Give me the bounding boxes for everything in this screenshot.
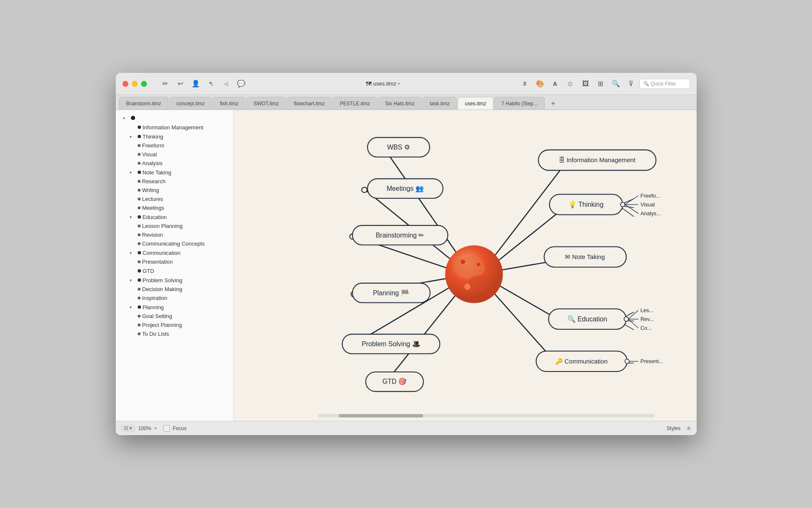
sidebar-item-education[interactable]: ▾ Education xyxy=(116,212,233,222)
close-button[interactable] xyxy=(122,81,128,87)
nav-left-icon[interactable]: ◁ xyxy=(219,77,233,91)
zoom-chevron-icon: ▾ xyxy=(130,426,132,430)
zoom-value: 100% xyxy=(138,425,152,431)
svg-text:🔍 Education: 🔍 Education xyxy=(567,315,607,323)
star-icon[interactable]: ★ xyxy=(686,424,692,432)
mindmap-canvas[interactable]: WBS ⚙ Meetings 👥 Brainstorming ✏ Plannin… xyxy=(234,110,697,421)
tab-brainstorm[interactable]: Brainstorm.itmz xyxy=(119,97,168,110)
sidebar-item-lesson-planning[interactable]: Lesson Planning xyxy=(116,222,233,230)
sidebar-item-goal-setting[interactable]: Goal Setting xyxy=(116,312,233,321)
root-chevron-icon: ▾ xyxy=(121,115,128,121)
svg-line-48 xyxy=(625,195,638,204)
sidebar-root[interactable]: ▾ xyxy=(116,113,233,123)
goal-setting-label: Goal Setting xyxy=(142,313,230,319)
research-dot-icon xyxy=(138,180,141,183)
sidebar-item-info-mgmt[interactable]: Information Management xyxy=(116,123,233,132)
sidebar-item-lectures[interactable]: Lectures xyxy=(116,195,233,203)
font-icon[interactable]: A xyxy=(548,77,562,91)
maximize-button[interactable] xyxy=(141,81,147,87)
sidebar-item-meetings[interactable]: Meetings xyxy=(116,203,233,212)
tab-sixhats[interactable]: Six Hats.itmz xyxy=(378,97,422,110)
sidebar-item-freeform[interactable]: Freeform xyxy=(116,141,233,150)
svg-text:Present...: Present... xyxy=(640,358,663,364)
tab-7habits[interactable]: 7 Habits (Step... xyxy=(494,97,545,110)
emoji-icon[interactable]: ☺ xyxy=(564,77,577,91)
sidebar-item-todo[interactable]: To Do Lists xyxy=(116,329,233,338)
grid-icon[interactable]: ⊞ xyxy=(594,77,607,91)
svg-point-28 xyxy=(461,259,465,264)
window-title: uses.itmz xyxy=(373,80,397,87)
inspiration-dot-icon xyxy=(138,297,141,299)
tab-swot[interactable]: SWOT.itmz xyxy=(246,97,286,110)
revision-label: Revision xyxy=(142,232,230,238)
sidebar-item-thinking[interactable]: ▾ Thinking xyxy=(116,132,233,141)
svg-text:Meetings 👥: Meetings 👥 xyxy=(386,184,424,193)
tab-flowchart[interactable]: flowchart.itmz xyxy=(287,97,332,110)
visual-label: Visual xyxy=(142,151,230,158)
goal-dot-icon xyxy=(138,315,141,318)
sidebar-item-communicating-concepts[interactable]: Communicating Concepts xyxy=(116,239,233,248)
sidebar-item-writing[interactable]: Writing xyxy=(116,186,233,195)
horizontal-scrollbar[interactable] xyxy=(318,414,655,417)
main-content: ▾ Information Management ▾ Thinking Free… xyxy=(116,110,697,421)
filter-icon[interactable]: ⊽ xyxy=(624,77,638,91)
back-icon[interactable]: ↩ xyxy=(174,77,187,91)
edit-icon[interactable]: ✏ xyxy=(159,77,172,91)
sidebar-item-gtd[interactable]: GTD xyxy=(116,266,233,275)
project-dot-icon xyxy=(138,324,141,326)
communication-dot-icon xyxy=(138,251,141,254)
quick-filter-input[interactable]: 🔍 Quick Filter xyxy=(639,79,690,89)
svg-text:Les...: Les... xyxy=(640,307,653,313)
focus-control[interactable]: Focus xyxy=(163,425,186,432)
sidebar-item-analysis[interactable]: Analysis xyxy=(116,159,233,168)
zoom-control[interactable]: ⊡ ▾ xyxy=(121,425,135,432)
title-dropdown-icon[interactable]: ▾ xyxy=(398,81,400,86)
spell-check-icon[interactable]: S xyxy=(518,77,532,91)
presentation-label: Presentation xyxy=(142,259,230,265)
analysis-label: Analysis xyxy=(142,160,230,166)
minimize-button[interactable] xyxy=(132,81,138,87)
search-icon[interactable]: 🔍 xyxy=(609,77,623,91)
lectures-label: Lectures xyxy=(142,196,230,202)
sidebar-item-visual[interactable]: Visual xyxy=(116,150,233,159)
sidebar-item-research[interactable]: Research xyxy=(116,177,233,186)
tab-fish[interactable]: fish.itmz xyxy=(213,97,245,110)
svg-text:Analys...: Analys... xyxy=(640,211,660,217)
svg-text:WBS ⚙: WBS ⚙ xyxy=(387,144,410,151)
zoom-percent-control[interactable]: ▾ xyxy=(154,426,157,430)
tab-task[interactable]: task.itmz xyxy=(423,97,457,110)
sidebar-item-problem-solving[interactable]: ▾ Problem Solving xyxy=(116,275,233,285)
tab-concept[interactable]: concept.itmz xyxy=(169,97,212,110)
sidebar-item-project-planning[interactable]: Project Planning xyxy=(116,321,233,329)
search-placeholder: Quick Filter xyxy=(651,81,676,87)
svg-point-29 xyxy=(477,263,480,266)
sidebar-item-planning[interactable]: ▾ Planning xyxy=(116,302,233,312)
sidebar-item-presentation[interactable]: Presentation xyxy=(116,257,233,266)
svg-text:🗄 Information Management: 🗄 Information Management xyxy=(558,157,635,163)
svg-line-0 xyxy=(385,150,465,265)
comment-icon[interactable]: 💬 xyxy=(234,77,248,91)
planning-dot-icon xyxy=(138,305,141,309)
tab-pestle[interactable]: PESTLE.itmz xyxy=(333,97,377,110)
new-tab-button[interactable]: + xyxy=(547,98,559,110)
svg-text:Problem Solving 🎩: Problem Solving 🎩 xyxy=(362,340,420,348)
styles-label[interactable]: Styles xyxy=(667,425,681,431)
undo-icon[interactable]: ↰ xyxy=(204,77,218,91)
color-wheel-icon[interactable]: 🎨 xyxy=(533,77,547,91)
svg-point-27 xyxy=(469,275,488,291)
image-icon[interactable]: 🖼 xyxy=(579,77,592,91)
toolbar-left: ✏ ↩ 👤 ↰ ◁ 💬 xyxy=(159,77,248,91)
profile-icon[interactable]: 👤 xyxy=(189,77,202,91)
sidebar: ▾ Information Management ▾ Thinking Free… xyxy=(116,110,234,421)
sidebar-item-communication[interactable]: ▾ Communication xyxy=(116,248,233,257)
sidebar-item-note-taking[interactable]: ▾ Note Taking xyxy=(116,168,233,177)
sidebar-item-decision-making[interactable]: Decision Making xyxy=(116,285,233,294)
education-dot-icon xyxy=(138,215,141,219)
svg-text:🔑 Communication: 🔑 Communication xyxy=(555,358,607,365)
planning-chevron-icon: ▾ xyxy=(128,304,134,310)
tab-uses[interactable]: uses.itmz xyxy=(458,97,493,110)
info-mgmt-chevron-icon xyxy=(128,124,134,131)
svg-point-67 xyxy=(625,359,629,364)
sidebar-item-revision[interactable]: Revision xyxy=(116,230,233,239)
sidebar-item-inspiration[interactable]: Inspiration xyxy=(116,294,233,302)
